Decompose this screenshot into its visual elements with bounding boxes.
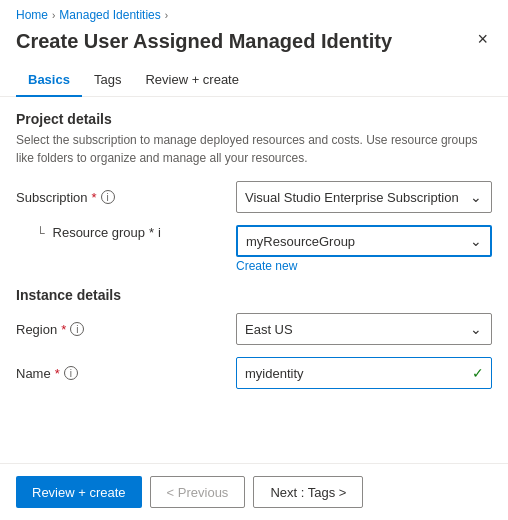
name-input-wrapper: ✓ [236,357,492,389]
next-button[interactable]: Next : Tags > [253,476,363,508]
project-details-section: Project details Select the subscription … [16,111,492,167]
create-new-link[interactable]: Create new [236,259,297,273]
review-create-button[interactable]: Review + create [16,476,142,508]
name-info-icon[interactable]: i [64,366,78,380]
breadcrumb-managed-identities[interactable]: Managed Identities [59,8,160,22]
project-details-title: Project details [16,111,492,127]
resource-group-row: └ Resource group * i myResourceGroup Cre… [16,225,492,273]
region-row: Region * i East US [16,313,492,345]
region-select-wrapper: East US [236,313,492,345]
resource-group-select-wrapper: myResourceGroup [236,225,492,257]
region-required: * [61,322,66,337]
breadcrumb-sep1: › [52,10,55,21]
subscription-label: Subscription * i [16,190,236,205]
subscription-control: Visual Studio Enterprise Subscription [236,181,492,213]
instance-details-title: Instance details [16,287,492,303]
name-input[interactable] [236,357,492,389]
footer: Review + create < Previous Next : Tags > [0,463,508,520]
project-details-desc: Select the subscription to manage deploy… [16,131,492,167]
resource-group-select[interactable]: myResourceGroup [236,225,492,257]
resource-group-label: └ Resource group * i [16,225,236,240]
name-control: ✓ [236,357,492,389]
close-button[interactable]: × [473,28,492,50]
form-content: Project details Select the subscription … [0,97,508,457]
subscription-required: * [92,190,97,205]
region-select[interactable]: East US [236,313,492,345]
name-required: * [55,366,60,381]
name-label: Name * i [16,366,236,381]
tab-bar: Basics Tags Review + create [0,64,508,97]
subscription-select-wrapper: Visual Studio Enterprise Subscription [236,181,492,213]
name-row: Name * i ✓ [16,357,492,389]
region-control: East US [236,313,492,345]
instance-details-section: Instance details [16,287,492,303]
region-info-icon[interactable]: i [70,322,84,336]
subscription-row: Subscription * i Visual Studio Enterpris… [16,181,492,213]
breadcrumb-home[interactable]: Home [16,8,48,22]
breadcrumb-sep2: › [165,10,168,21]
tab-tags[interactable]: Tags [82,64,133,97]
tab-review-create[interactable]: Review + create [133,64,251,97]
page-title: Create User Assigned Managed Identity [16,28,392,54]
tab-basics[interactable]: Basics [16,64,82,97]
resource-group-info-icon[interactable]: i [158,225,161,240]
name-check-icon: ✓ [472,365,484,381]
resource-group-required: * [149,225,154,240]
subscription-select[interactable]: Visual Studio Enterprise Subscription [236,181,492,213]
previous-button[interactable]: < Previous [150,476,246,508]
breadcrumb: Home › Managed Identities › [0,0,508,26]
region-label: Region * i [16,322,236,337]
subscription-info-icon[interactable]: i [101,190,115,204]
resource-group-control: myResourceGroup Create new [236,225,492,273]
